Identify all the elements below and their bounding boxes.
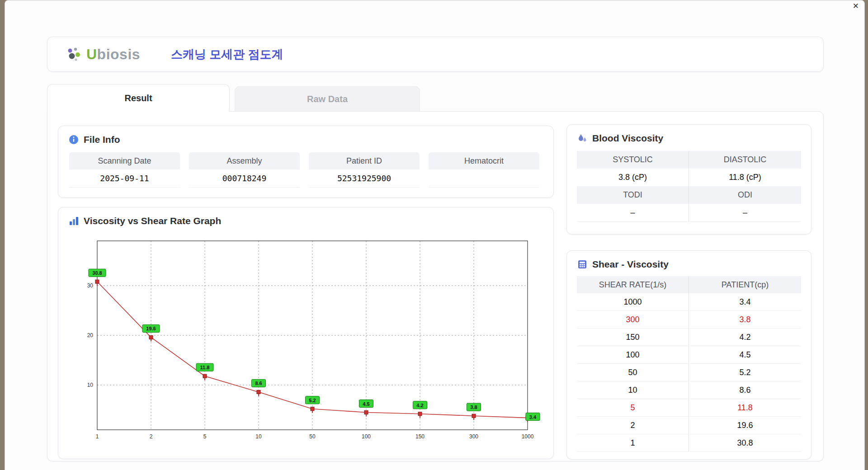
tab-raw-data-label: Raw Data: [307, 94, 348, 104]
y-tick-label: 30: [87, 282, 94, 289]
table-row: 10 8.6: [577, 381, 801, 399]
chart-point-label-text: 4.2: [416, 403, 423, 408]
shear-rate-value: 2: [577, 417, 689, 434]
logo-dots-icon: [66, 45, 84, 63]
shear-viscosity-card: Shear - Viscosity SHEAR RATE(1/s) PATIEN…: [566, 250, 811, 460]
logo-u: U: [86, 46, 97, 62]
chart-marker: [257, 390, 260, 394]
odi-value: –: [689, 204, 801, 221]
blood-viscosity-grid: SYSTOLIC DIASTOLIC 3.8 (cP) 11.8 (cP) TO…: [577, 151, 801, 222]
field-value: 2025-09-11: [69, 169, 180, 188]
chart-canvas: 1251050100150300100010203030.819.611.88.…: [71, 234, 541, 446]
shear-rate-value: 150: [577, 329, 689, 346]
patient-value: 3.8: [689, 311, 801, 328]
chart-marker: [149, 335, 153, 339]
odi-label: ODI: [689, 186, 801, 204]
close-icon[interactable]: ✕: [853, 1, 859, 11]
shear-rate-value: 50: [577, 364, 689, 381]
patient-value: 8.6: [689, 381, 801, 399]
chart-point-label-text: 3.8: [470, 404, 477, 410]
field-patient-id: Patient ID 52531925900: [309, 152, 420, 188]
field-value: 52531925900: [309, 169, 420, 188]
chart-marker: [311, 407, 314, 411]
x-tick-label: 10: [255, 433, 262, 440]
table-row: 5 11.8: [577, 399, 801, 417]
y-tick-label: 10: [87, 382, 94, 388]
chart-point-label-text: 8.6: [255, 381, 262, 386]
file-info-card: File Info Scanning Date 2025-09-11 Assem…: [58, 126, 554, 198]
page-title: 스캐닝 모세관 점도계: [171, 47, 283, 62]
patient-value: 11.8: [689, 399, 801, 416]
table-row: 1000 3.4: [577, 293, 801, 311]
field-label: Scanning Date: [69, 152, 180, 169]
table-header-row: SHEAR RATE(1/s) PATIENT(cp): [577, 276, 801, 293]
graph-title: Viscosity vs Shear Rate Graph: [84, 216, 221, 226]
field-hematocrit: Hematocrit: [429, 152, 539, 188]
chart-point-label-text: 5.2: [309, 398, 316, 403]
result-panel: File Info Scanning Date 2025-09-11 Assem…: [47, 111, 824, 461]
field-label: Hematocrit: [429, 152, 539, 169]
droplet-icon: [577, 133, 588, 144]
table-row: 50 5.2: [577, 364, 801, 381]
tab-result[interactable]: Result: [47, 84, 230, 112]
tab-raw-data[interactable]: Raw Data: [235, 86, 420, 111]
todi-label: TODI: [577, 186, 689, 204]
table-row: 300 3.8: [577, 311, 801, 329]
diastolic-label: DIASTOLIC: [689, 151, 801, 169]
y-tick-label: 20: [87, 332, 94, 338]
shear-rate-value: 10: [577, 381, 689, 399]
col-patient: PATIENT(cp): [689, 276, 801, 293]
table-icon: [577, 259, 588, 270]
header: Ubiosis 스캐닝 모세관 점도계: [47, 37, 824, 72]
chart-marker: [418, 412, 422, 416]
x-tick-label: 1000: [522, 433, 534, 440]
chart-point-label-text: 3.4: [529, 414, 537, 420]
shear-viscosity-title: Shear - Viscosity: [592, 259, 669, 270]
col-shear-rate: SHEAR RATE(1/s): [577, 276, 689, 293]
field-label: Assembly: [189, 152, 300, 169]
blood-viscosity-title: Blood Viscosity: [592, 133, 663, 144]
x-tick-label: 300: [469, 433, 478, 440]
systolic-value: 3.8 (cP): [577, 169, 689, 186]
bar-chart-icon: [68, 216, 79, 226]
chart-point-label-text: 4.5: [363, 401, 369, 407]
field-value: 000718249: [189, 169, 300, 188]
ubiosis-logo: Ubiosis: [66, 45, 140, 63]
x-tick-label: 100: [362, 433, 371, 440]
info-icon: [68, 134, 79, 145]
shear-rate-value: 300: [577, 311, 689, 328]
viscosity-chart: 1251050100150300100010203030.819.611.88.…: [71, 234, 541, 448]
patient-value: 30.8: [689, 434, 801, 451]
viscosity-graph-card: Viscosity vs Shear Rate Graph 1251050100…: [58, 207, 554, 459]
chart-marker: [95, 280, 99, 283]
chart-point-label-text: 19.6: [146, 326, 156, 331]
todi-value: –: [577, 204, 689, 221]
x-tick-label: 5: [203, 433, 207, 440]
x-tick-label: 1: [96, 433, 99, 440]
patient-value: 3.4: [689, 293, 801, 310]
patient-value: 5.2: [689, 364, 801, 381]
table-row: 100 4.5: [577, 346, 801, 364]
patient-value: 4.5: [689, 346, 801, 363]
chart-marker: [472, 414, 476, 418]
file-info-title: File Info: [84, 134, 120, 145]
chart-point-label-text: 30.8: [92, 270, 102, 276]
app-window: ✕ Ubiosis 스캐닝 모세관 점도계 Result Raw Data: [5, 0, 865, 470]
field-assembly: Assembly 000718249: [189, 152, 300, 188]
systolic-label: SYSTOLIC: [577, 151, 689, 169]
table-row: 2 19.6: [577, 417, 801, 434]
chart-marker: [364, 411, 368, 414]
x-tick-label: 150: [415, 433, 425, 440]
patient-value: 19.6: [689, 417, 801, 434]
x-tick-label: 2: [150, 433, 153, 440]
shear-rate-value: 100: [577, 346, 689, 363]
x-tick-label: 50: [309, 433, 316, 440]
logo-text: Ubiosis: [86, 46, 140, 63]
patient-value: 4.2: [689, 329, 801, 346]
field-scanning-date: Scanning Date 2025-09-11: [69, 152, 180, 188]
shear-rate-value: 1: [577, 434, 689, 451]
tab-result-label: Result: [124, 93, 152, 103]
blood-viscosity-card: Blood Viscosity SYSTOLIC DIASTOLIC 3.8 (…: [566, 124, 811, 235]
chart-marker: [203, 374, 207, 378]
shear-viscosity-table: SHEAR RATE(1/s) PATIENT(cp) 1000 3.4 300…: [577, 276, 801, 452]
